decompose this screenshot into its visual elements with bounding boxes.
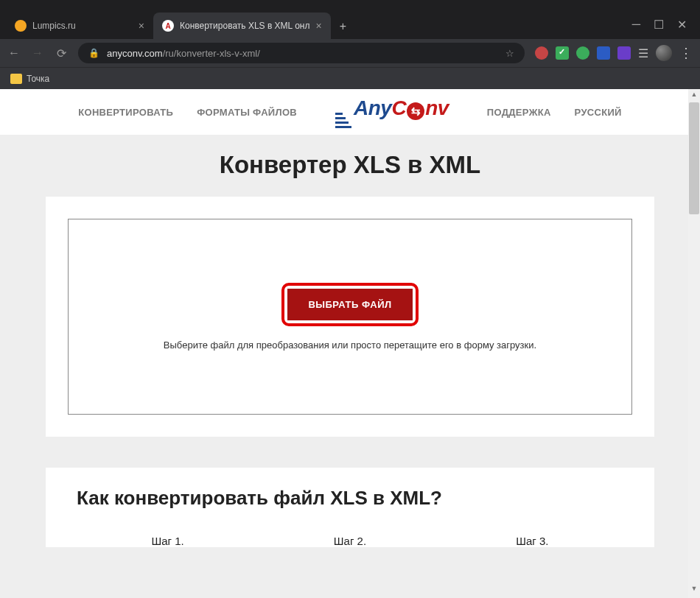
scroll-down-icon[interactable]: ▼ xyxy=(688,585,700,597)
maximize-icon[interactable]: ☐ xyxy=(654,18,664,32)
dropzone[interactable]: ВЫБРАТЬ ФАЙЛ Выберите файл для преобразо… xyxy=(68,219,632,415)
swap-icon: ⇆ xyxy=(407,102,424,120)
reading-list-icon[interactable]: ☰ xyxy=(638,46,648,60)
minimize-icon[interactable]: ─ xyxy=(632,18,640,32)
address-bar: ← → ⟳ 🔒 anyconv.com/ru/konverter-xls-v-x… xyxy=(0,39,700,67)
scrollbar-thumb[interactable] xyxy=(689,102,699,214)
extension-icon[interactable] xyxy=(535,46,548,60)
select-file-button[interactable]: ВЫБРАТЬ ФАЙЛ xyxy=(287,289,412,320)
browser-tab-anyconv[interactable]: A Конвертировать XLS в XML онл × xyxy=(153,13,331,39)
folder-icon xyxy=(10,74,22,84)
logo-lines-icon xyxy=(335,113,351,128)
extensions-tray: ✓ ☰ ⋮ xyxy=(535,45,693,61)
bookmark-item[interactable]: Точка xyxy=(27,74,49,84)
howto-section: Как конвертировать файл XLS в XML? Шаг 1… xyxy=(46,468,654,547)
site-logo[interactable]: AnyC⇆nv xyxy=(321,96,463,128)
favicon-lumpics xyxy=(15,20,27,32)
close-icon[interactable]: × xyxy=(139,20,144,32)
nav-support[interactable]: ПОДДЕРЖКА xyxy=(487,107,551,118)
reload-icon[interactable]: ⟳ xyxy=(55,46,68,60)
window-titlebar: Lumpics.ru × A Конвертировать XLS в XML … xyxy=(0,0,700,39)
upload-hint: Выберите файл для преобразования или про… xyxy=(164,340,536,351)
bookmarks-bar: Точка xyxy=(0,67,700,89)
step-3: Шаг 3. xyxy=(516,535,548,547)
nav-formats[interactable]: ФОРМАТЫ ФАЙЛОВ xyxy=(197,107,297,118)
tab-title: Lumpics.ru xyxy=(32,21,76,31)
close-window-icon[interactable]: ✕ xyxy=(677,18,687,32)
extension-icon[interactable] xyxy=(597,46,610,60)
new-tab-button[interactable]: + xyxy=(331,14,355,39)
tab-title: Конвертировать XLS в XML онл xyxy=(180,21,309,31)
step-1: Шаг 1. xyxy=(152,535,184,547)
window-controls: ─ ☐ ✕ xyxy=(632,18,700,39)
highlight-annotation: ВЫБРАТЬ ФАЙЛ xyxy=(281,283,418,326)
url-input[interactable]: 🔒 anyconv.com/ru/konverter-xls-v-xml/ ☆ xyxy=(78,43,525,63)
extension-icon[interactable] xyxy=(617,46,631,60)
step-2: Шаг 2. xyxy=(334,535,366,547)
steps-row: Шаг 1. Шаг 2. Шаг 3. xyxy=(77,510,623,547)
browser-tab-lumpics[interactable]: Lumpics.ru × xyxy=(6,13,153,39)
lock-icon: 🔒 xyxy=(88,48,99,58)
url-path: /ru/konverter-xls-v-xml/ xyxy=(163,48,260,59)
nav-language[interactable]: РУССКИЙ xyxy=(575,107,622,118)
back-icon[interactable]: ← xyxy=(7,46,21,60)
browser-menu-icon[interactable]: ⋮ xyxy=(679,45,693,61)
site-nav: КОНВЕРТИРОВАТЬ ФОРМАТЫ ФАЙЛОВ AnyC⇆nv ПО… xyxy=(0,89,700,135)
close-icon[interactable]: × xyxy=(315,20,321,32)
nav-convert[interactable]: КОНВЕРТИРОВАТЬ xyxy=(78,107,173,118)
page-title: Конвертер XLS в XML xyxy=(0,135,700,197)
forward-icon: → xyxy=(31,46,44,60)
upload-panel: ВЫБРАТЬ ФАЙЛ Выберите файл для преобразо… xyxy=(46,197,654,437)
star-icon[interactable]: ☆ xyxy=(505,48,514,59)
favicon-anyconv: A xyxy=(162,20,174,32)
profile-avatar[interactable] xyxy=(656,45,672,61)
extension-icon[interactable] xyxy=(576,46,589,60)
vertical-scrollbar[interactable]: ▲ ▼ xyxy=(688,89,700,598)
extension-icon[interactable]: ✓ xyxy=(556,46,569,60)
scroll-up-icon[interactable]: ▲ xyxy=(688,91,700,102)
url-domain: anyconv.com xyxy=(107,48,163,59)
page-viewport: КОНВЕРТИРОВАТЬ ФОРМАТЫ ФАЙЛОВ AnyC⇆nv ПО… xyxy=(0,89,700,598)
howto-heading: Как конвертировать файл XLS в XML? xyxy=(77,487,623,510)
